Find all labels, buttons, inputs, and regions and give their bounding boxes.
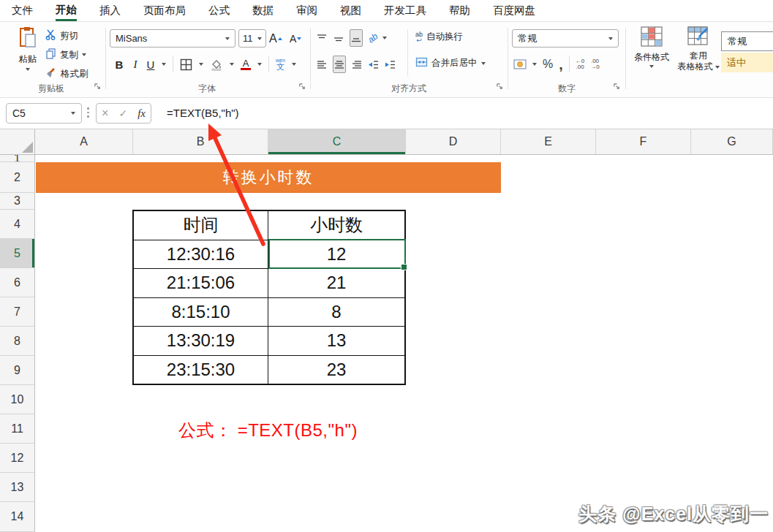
column-header-E[interactable]: E <box>501 129 596 155</box>
clipboard-dialog-launcher-icon[interactable] <box>94 80 102 94</box>
phonetic-guide-button[interactable]: wén 文 <box>276 56 285 73</box>
underline-button[interactable]: U <box>146 56 155 73</box>
fill-color-button[interactable] <box>210 56 223 73</box>
column-header-F[interactable]: F <box>596 129 691 155</box>
row-header-4[interactable]: 4 <box>0 210 35 239</box>
cell-B7[interactable]: 8:15:10 <box>134 298 268 327</box>
cell-C8[interactable]: 13 <box>268 327 404 355</box>
cut-button[interactable]: 剪切 <box>45 29 78 42</box>
number-format-select[interactable]: 常规 <box>512 29 619 48</box>
row-header-6[interactable]: 6 <box>0 268 35 297</box>
cell-B9[interactable]: 23:15:30 <box>134 356 268 384</box>
tab-帮助[interactable]: 帮助 <box>449 0 470 21</box>
chevron-down-icon[interactable] <box>292 63 296 66</box>
increase-font-size-button[interactable]: A <box>269 29 282 48</box>
tab-开发工具[interactable]: 开发工具 <box>384 0 426 21</box>
copy-label: 复制 <box>60 49 78 61</box>
merge-center-button[interactable]: 合并后居中 <box>415 57 486 69</box>
font-size-select[interactable]: 11 <box>238 29 266 48</box>
format-as-table-button[interactable]: 套用 表格格式 <box>676 26 721 72</box>
chevron-down-icon[interactable] <box>230 63 234 66</box>
row-header-7[interactable]: 7 <box>0 297 35 327</box>
copy-button[interactable]: 复制 <box>45 48 86 61</box>
cell-C7[interactable]: 8 <box>268 298 404 327</box>
tab-开始[interactable]: 开始 <box>56 0 77 21</box>
italic-button[interactable]: I <box>131 56 140 73</box>
cell-C4[interactable]: 小时数 <box>268 211 404 240</box>
comma-style-button[interactable]: , <box>559 56 563 73</box>
row-header-8[interactable]: 8 <box>0 327 35 356</box>
column-header-B[interactable]: B <box>133 129 268 155</box>
tab-页面布局[interactable]: 页面布局 <box>143 0 186 21</box>
column-header-C[interactable]: C <box>268 129 406 155</box>
selected-cell-outline[interactable] <box>268 239 406 269</box>
orientation-button[interactable]: ab <box>363 28 382 48</box>
wrap-text-button[interactable]: ab ↩ 自动换行 <box>415 31 463 43</box>
align-bottom-button[interactable] <box>350 29 363 47</box>
format-painter-button[interactable]: 格式刷 <box>45 67 88 81</box>
increase-decimal-button[interactable]: ←0.00 <box>576 56 584 73</box>
formula-input[interactable]: =TEXT(B5,"h") <box>167 107 239 119</box>
tab-文件[interactable]: 文件 <box>12 0 33 21</box>
tab-数据[interactable]: 数据 <box>252 0 274 21</box>
row-header-3[interactable]: 3 <box>0 193 35 210</box>
cell-B5[interactable]: 12:30:16 <box>134 240 268 269</box>
column-header-G[interactable]: G <box>691 129 773 155</box>
align-right-button[interactable] <box>351 56 363 73</box>
row-header-2[interactable]: 2 <box>0 162 35 193</box>
row-header-1[interactable]: 1 <box>0 155 35 162</box>
align-middle-button[interactable] <box>333 29 344 47</box>
alignment-dialog-launcher-icon[interactable] <box>496 80 504 94</box>
chevron-down-icon[interactable] <box>162 63 166 66</box>
font-dialog-launcher-icon[interactable] <box>298 80 306 94</box>
paste-button[interactable]: 粘贴 <box>12 26 44 71</box>
cell-C9[interactable]: 23 <box>268 356 404 384</box>
decrease-indent-button[interactable] <box>368 56 380 73</box>
enter-icon[interactable]: ✓ <box>118 107 127 119</box>
cell-style-常规[interactable]: 常规 <box>721 31 773 51</box>
tab-百度网盘[interactable]: 百度网盘 <box>493 0 535 21</box>
column-header-D[interactable]: D <box>406 129 501 155</box>
decrease-font-size-button[interactable]: A <box>290 29 301 48</box>
ribbon: 粘贴 剪切 复制 格式刷 剪贴板 MiSans <box>0 22 773 98</box>
number-dialog-launcher-icon[interactable] <box>613 80 621 94</box>
row-header-10[interactable]: 10 <box>0 385 35 414</box>
font-color-button[interactable]: A <box>241 56 251 73</box>
percent-style-button[interactable]: % <box>543 56 553 73</box>
row-header-13[interactable]: 13 <box>0 473 35 502</box>
chevron-down-icon[interactable] <box>382 37 387 39</box>
row-header-12[interactable]: 12 <box>0 444 35 473</box>
select-all-corner[interactable] <box>0 129 35 155</box>
cell-B4[interactable]: 时间 <box>134 211 268 240</box>
bold-button[interactable]: B <box>114 56 124 73</box>
row-header-11[interactable]: 11 <box>0 414 35 444</box>
align-center-button[interactable] <box>333 56 346 73</box>
tab-视图[interactable]: 视图 <box>340 0 361 21</box>
chevron-down-icon[interactable] <box>532 63 537 66</box>
accounting-format-button[interactable] <box>513 56 527 73</box>
cell-C6[interactable]: 21 <box>268 269 404 297</box>
chevron-down-icon[interactable] <box>257 63 262 66</box>
borders-button[interactable] <box>180 56 192 73</box>
row-header-5[interactable]: 5 <box>0 239 35 268</box>
row-header-9[interactable]: 9 <box>0 356 35 385</box>
decrease-decimal-button[interactable]: .00→0 <box>590 56 599 73</box>
insert-function-icon[interactable]: fx <box>137 107 146 120</box>
font-family-select[interactable]: MiSans <box>110 29 235 48</box>
tab-审阅[interactable]: 审阅 <box>296 0 317 21</box>
cancel-icon[interactable]: × <box>102 107 108 120</box>
cell-style-适中[interactable]: 适中 <box>721 53 773 72</box>
name-box[interactable]: C5 <box>6 103 82 123</box>
cell-B6[interactable]: 21:15:06 <box>134 269 268 297</box>
row-header-14[interactable]: 14 <box>0 502 35 532</box>
align-left-button[interactable] <box>316 56 328 73</box>
fill-handle[interactable] <box>401 264 407 270</box>
chevron-down-icon[interactable] <box>199 63 203 66</box>
increase-indent-button[interactable] <box>385 56 396 73</box>
tab-公式[interactable]: 公式 <box>208 0 230 21</box>
tab-插入[interactable]: 插入 <box>99 0 121 21</box>
conditional-formatting-button[interactable]: 条件格式 <box>630 26 673 68</box>
cell-B8[interactable]: 13:30:19 <box>134 327 268 355</box>
align-top-button[interactable] <box>316 29 328 47</box>
column-header-A[interactable]: A <box>35 129 133 155</box>
